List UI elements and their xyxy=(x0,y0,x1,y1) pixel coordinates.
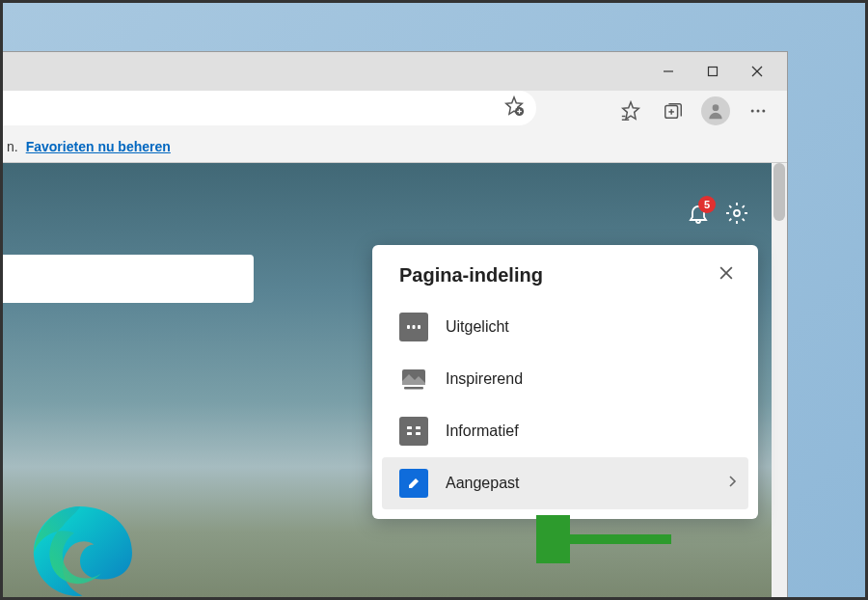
scrollbar[interactable] xyxy=(772,163,787,597)
favbar-text-fragment: n. xyxy=(7,139,18,154)
menu-item-label: Inspirerend xyxy=(446,370,523,388)
featured-icon xyxy=(399,313,428,341)
informative-icon xyxy=(399,417,428,446)
annotation-arrow xyxy=(536,515,681,563)
svg-rect-23 xyxy=(404,387,423,390)
menu-item-label: Aangepast xyxy=(446,475,520,492)
svg-rect-1 xyxy=(709,68,718,76)
address-bar[interactable] xyxy=(3,91,536,125)
svg-rect-27 xyxy=(416,432,420,435)
minimize-button[interactable] xyxy=(646,56,691,87)
new-tab-content: 5 xyxy=(3,162,787,597)
favorites-bar: n. Favorieten nu beheren xyxy=(3,131,787,162)
layout-option-inspiring[interactable]: Inspirerend xyxy=(372,353,758,405)
popup-close-button[interactable] xyxy=(716,262,737,287)
menu-item-label: Informatief xyxy=(446,423,519,440)
favorites-icon[interactable] xyxy=(613,94,648,128)
maximize-button[interactable] xyxy=(691,56,735,87)
browser-window: n. Favorieten nu beheren 5 xyxy=(3,51,788,597)
svg-point-12 xyxy=(713,104,719,111)
svg-rect-25 xyxy=(407,432,412,435)
layout-option-custom[interactable]: Aangepast xyxy=(382,457,748,509)
layout-option-informative[interactable]: Informatief xyxy=(372,405,758,457)
menu-item-label: Uitgelicht xyxy=(446,318,509,336)
close-button[interactable] xyxy=(735,56,779,87)
titlebar xyxy=(3,52,787,91)
toolbar xyxy=(3,91,787,131)
popup-title: Pagina-indeling xyxy=(399,264,543,286)
scroll-thumb[interactable] xyxy=(773,163,785,221)
manage-favorites-link[interactable]: Favorieten nu beheren xyxy=(26,139,171,154)
page-layout-popup: Pagina-indeling Uitgelicht Inspirerend xyxy=(372,245,758,519)
svg-rect-21 xyxy=(418,325,420,329)
svg-rect-24 xyxy=(407,426,412,429)
profile-button[interactable] xyxy=(698,94,733,128)
layout-option-featured[interactable]: Uitgelicht xyxy=(372,301,758,353)
collections-icon[interactable] xyxy=(656,94,691,128)
svg-rect-19 xyxy=(407,325,410,329)
svg-point-16 xyxy=(734,210,740,216)
avatar-icon xyxy=(701,96,730,125)
custom-icon xyxy=(399,469,428,498)
more-menu-icon[interactable] xyxy=(741,94,775,128)
edge-logo xyxy=(22,501,138,600)
svg-rect-20 xyxy=(413,325,416,329)
notifications-button[interactable]: 5 xyxy=(687,202,710,229)
svg-point-14 xyxy=(757,110,760,113)
settings-button[interactable] xyxy=(725,202,748,229)
svg-point-15 xyxy=(762,110,765,113)
gear-icon xyxy=(725,202,748,225)
search-box[interactable] xyxy=(3,255,254,303)
star-add-icon[interactable] xyxy=(503,95,525,121)
svg-point-13 xyxy=(751,110,754,113)
inspiring-icon xyxy=(399,365,428,394)
chevron-right-icon xyxy=(727,475,737,492)
notification-badge: 5 xyxy=(698,196,716,213)
svg-rect-26 xyxy=(416,426,420,429)
